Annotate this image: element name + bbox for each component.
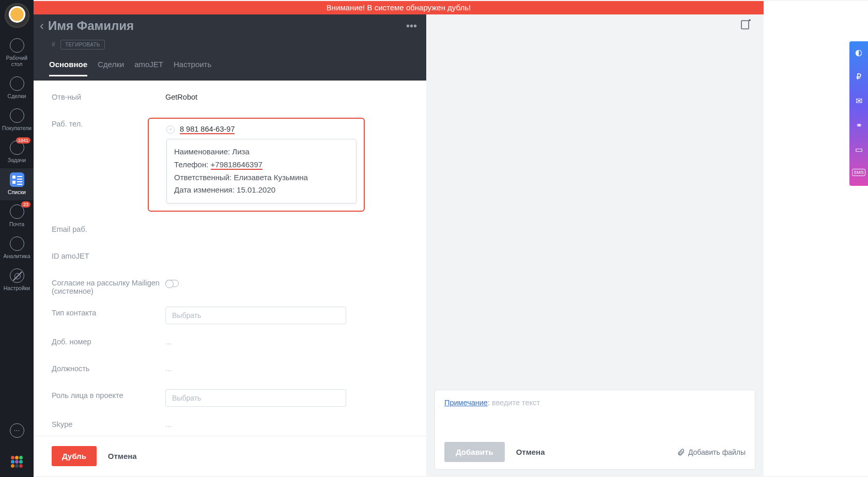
tab-amojet[interactable]: amoJET — [134, 60, 163, 76]
rail-app-icon[interactable]: ◐ — [855, 47, 862, 57]
wrench-icon — [10, 268, 24, 283]
contact-fields: Отв-ный GetRobot Раб. тел. + 8 981 864-6… — [34, 81, 426, 436]
mailigen-label: Согласие на рассылку Mailigen (системное… — [52, 277, 165, 295]
right-rail: ◐ ₽ ✉ ⚭ ▭ SMS — [764, 1, 868, 476]
nav-deals[interactable]: Сделки — [0, 72, 34, 104]
nav-mail[interactable]: 23Почта — [0, 200, 34, 232]
nav-dashboard[interactable]: Рабочий стол — [0, 34, 34, 72]
calendar-icon — [10, 140, 24, 155]
nav-label: Сделки — [8, 93, 26, 99]
skype-value[interactable]: ... — [165, 418, 414, 428]
chart-icon — [10, 236, 24, 251]
list-icon — [10, 172, 24, 187]
ext-label: Доб. номер — [52, 336, 165, 346]
nav-label: Покупатели — [2, 125, 32, 131]
position-label: Должность — [52, 362, 165, 373]
nav-tasks[interactable]: 1941Задачи — [0, 136, 34, 168]
position-value[interactable]: ... — [165, 362, 414, 373]
dup-date-value: 15.01.2020 — [237, 185, 275, 194]
nav-customers[interactable]: Покупатели — [0, 104, 34, 136]
dup-resp-label: Ответственный: — [174, 173, 234, 182]
dup-resp-value: Елизавета Кузьмина — [234, 173, 307, 182]
role-label: Роль лица в проекте — [52, 389, 165, 400]
note-composer: Примечание: введите текст Добавить Отмен… — [435, 390, 755, 470]
new-note-button[interactable] — [740, 19, 752, 31]
duplicate-button[interactable]: Дубль — [52, 446, 97, 466]
nav-settings[interactable]: Настройки — [0, 264, 34, 296]
contact-type-select[interactable] — [165, 307, 346, 324]
tag-hash-icon: # — [52, 41, 55, 48]
rail-folder-icon[interactable]: ▭ — [855, 145, 863, 154]
more-menu-button[interactable]: ••• — [406, 20, 417, 32]
email-value[interactable] — [165, 223, 414, 225]
nav-label: Почта — [9, 221, 24, 227]
chat-icon — [10, 423, 24, 438]
paperclip-icon — [677, 448, 685, 456]
attach-label: Добавить файлы — [688, 448, 746, 456]
activity-pane: Примечание: введите текст Добавить Отмен… — [426, 1, 764, 476]
nav-label: Настройки — [4, 285, 30, 291]
email-label: Email раб. — [52, 223, 165, 233]
amojet-id-value[interactable] — [165, 250, 414, 252]
role-select[interactable] — [165, 389, 346, 407]
dup-date-label: Дата изменения: — [174, 185, 237, 194]
cancel-button[interactable]: Отмена — [108, 452, 137, 460]
amojet-id-label: ID amoJET — [52, 250, 165, 260]
main-sidebar: Рабочий стол Сделки Покупатели 1941Задач… — [0, 0, 34, 477]
mailigen-toggle[interactable] — [165, 280, 179, 287]
duplicate-alert-bar: Внимание! В системе обнаружен дубль! — [34, 1, 764, 14]
nav-lists[interactable]: Списки — [0, 168, 34, 200]
dup-name-label: Наименование: — [174, 147, 232, 156]
dup-phone-label: Телефон: — [174, 160, 211, 169]
work-phone-cell: + 8 981 864-63-97 Наименование: Лиза Тел… — [165, 118, 365, 212]
gauge-icon — [10, 38, 24, 53]
note-type-link[interactable]: Примечание — [444, 399, 488, 407]
dup-name-value: Лиза — [232, 147, 249, 156]
add-note-button[interactable]: Добавить — [444, 442, 505, 462]
users-icon — [10, 108, 24, 123]
tab-deals[interactable]: Сделки — [98, 60, 124, 76]
nav-apps[interactable] — [0, 447, 34, 477]
dollar-icon — [10, 76, 24, 91]
contact-name-title[interactable]: Имя Фамилия — [48, 19, 406, 33]
nav-label: Аналитика — [4, 253, 30, 259]
back-button[interactable]: ‹ — [40, 19, 44, 33]
nav-analytics[interactable]: Аналитика — [0, 232, 34, 264]
svg-rect-0 — [741, 21, 749, 29]
skype-label: Skype — [52, 418, 165, 428]
add-phone-icon[interactable]: + — [166, 125, 175, 134]
nav-label: Задачи — [8, 157, 26, 163]
rail-sms-icon[interactable]: SMS — [852, 169, 865, 176]
cancel-note-button[interactable]: Отмена — [516, 448, 545, 456]
note-input[interactable]: Примечание: введите текст — [444, 399, 746, 407]
contact-type-label: Тип контакта — [52, 307, 165, 317]
dup-phone-value: +79818646397 — [211, 160, 263, 170]
work-phone-value[interactable]: 8 981 864-63-97 — [180, 125, 235, 134]
rail-ruble-icon[interactable]: ₽ — [856, 72, 861, 82]
rail-mail-icon[interactable]: ✉ — [856, 96, 862, 106]
responsible-value[interactable]: GetRobot — [165, 91, 414, 101]
apps-grid-icon — [9, 454, 25, 470]
card-tabs: Основное Сделки amoJET Настроить — [34, 53, 426, 76]
duplicate-tooltip[interactable]: Наименование: Лиза Телефон: +79818646397… — [166, 139, 357, 203]
card-footer: Дубль Отмена — [34, 436, 426, 476]
tab-configure[interactable]: Настроить — [174, 60, 211, 76]
ext-value[interactable]: ... — [165, 336, 414, 346]
note-placeholder: введите текст — [492, 399, 540, 407]
add-tag-button[interactable]: ТЕГИРОВАТЬ — [60, 40, 105, 50]
duplicate-highlight-box: + 8 981 864-63-97 Наименование: Лиза Тел… — [148, 118, 365, 212]
nav-label: Рабочий стол — [6, 55, 27, 67]
tab-main[interactable]: Основное — [49, 60, 87, 76]
responsible-label: Отв-ный — [52, 91, 165, 101]
integrations-strip: ◐ ₽ ✉ ⚭ ▭ SMS — [849, 41, 868, 186]
nav-label: Списки — [8, 189, 26, 195]
app-logo[interactable] — [5, 3, 29, 28]
nav-chat[interactable] — [0, 416, 34, 447]
mail-icon — [10, 204, 24, 219]
attach-files-link[interactable]: Добавить файлы — [677, 448, 746, 456]
rail-link-icon[interactable]: ⚭ — [856, 120, 862, 130]
